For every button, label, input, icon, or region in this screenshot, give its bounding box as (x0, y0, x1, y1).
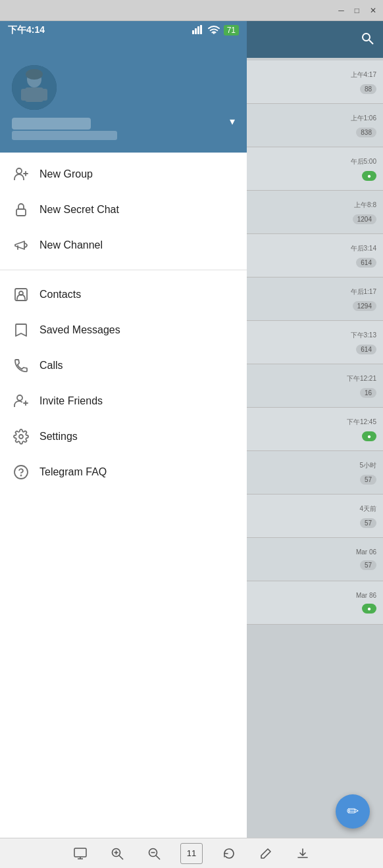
status-icons: 71 (192, 25, 239, 36)
edit-button[interactable] (255, 843, 276, 864)
group-icon (13, 166, 39, 182)
new-group-label: New Group (39, 168, 93, 180)
svg-rect-11 (41, 89, 47, 101)
invite-friends-label: Invite Friends (39, 395, 103, 407)
sidebar-item-telegram-faq[interactable]: Telegram FAQ (0, 454, 247, 490)
svg-rect-9 (25, 87, 43, 102)
sidebar-header: ▾ (0, 21, 247, 153)
user-name-text (12, 118, 91, 130)
svg-rect-2 (197, 26, 199, 34)
sidebar-item-new-secret-chat[interactable]: New Secret Chat (0, 192, 247, 228)
svg-rect-14 (16, 209, 26, 216)
svg-point-13 (16, 168, 22, 174)
status-bar: 下午4:14 71 (0, 21, 247, 39)
list-item: 4天前57 (247, 494, 383, 538)
svg-point-18 (19, 435, 23, 439)
list-item: 上午8:81204 (247, 191, 383, 234)
svg-point-17 (17, 395, 22, 400)
edit-icon: ✏ (347, 803, 359, 820)
contacts-label: Contacts (39, 289, 81, 301)
zoom-out-button[interactable] (143, 843, 165, 864)
telegram-faq-label: Telegram FAQ (39, 466, 107, 478)
right-panel-header (247, 21, 383, 58)
refresh-button[interactable] (218, 843, 240, 864)
settings-label: Settings (39, 431, 78, 443)
avatar[interactable] (12, 65, 57, 110)
menu-section-main: Contacts Saved Messages Calls (0, 273, 247, 494)
menu-section-create: New Group New Secret Chat New Channel (0, 153, 247, 267)
faq-icon (13, 464, 39, 480)
svg-rect-10 (21, 89, 28, 101)
user-phone (12, 131, 235, 142)
bottom-toolbar: 11 (0, 838, 383, 868)
list-item: Mar 86● (247, 581, 383, 625)
signal-icon (192, 25, 204, 36)
svg-rect-3 (200, 25, 202, 34)
sidebar-item-saved-messages[interactable]: Saved Messages (0, 312, 247, 348)
svg-point-4 (213, 32, 215, 34)
menu-divider (0, 270, 247, 270)
list-item: 下午12:2116 (247, 364, 383, 408)
wifi-icon (208, 25, 220, 36)
lock-icon (13, 202, 39, 218)
invite-icon (13, 393, 39, 409)
status-time: 下午4:14 (8, 24, 45, 36)
saved-messages-label: Saved Messages (39, 324, 120, 336)
sidebar-item-new-group[interactable]: New Group (0, 157, 247, 192)
phone-icon (13, 358, 39, 374)
list-item: 5小时57 (247, 451, 383, 494)
calls-label: Calls (39, 360, 63, 372)
dropdown-arrow-icon[interactable]: ▾ (230, 115, 235, 128)
new-secret-chat-label: New Secret Chat (39, 204, 119, 216)
new-channel-label: New Channel (39, 239, 103, 251)
maximize-button[interactable]: □ (355, 7, 359, 14)
monitor-button[interactable] (70, 843, 91, 864)
list-item: 午后1:171294 (247, 277, 383, 321)
settings-icon (13, 429, 39, 445)
list-item: 上午4:1788 (247, 60, 383, 104)
sidebar-item-invite-friends[interactable]: Invite Friends (0, 383, 247, 419)
minimize-button[interactable]: ─ (338, 7, 344, 14)
svg-line-29 (156, 856, 160, 859)
sidebar-item-settings[interactable]: Settings (0, 419, 247, 454)
list-item: 午后3:14614 (247, 234, 383, 277)
svg-point-20 (21, 475, 22, 476)
sidebar: ▾ New Group New Secret Chat (0, 21, 247, 868)
download-button[interactable] (292, 843, 313, 864)
close-button[interactable]: ✕ (370, 7, 376, 14)
list-item: 午后5:00● (247, 147, 383, 191)
user-phone-text (12, 131, 117, 140)
list-item: 上午1:06838 (247, 104, 383, 147)
svg-point-19 (14, 466, 28, 479)
bookmark-icon (13, 322, 39, 338)
list-item: 下午12:45● (247, 408, 383, 451)
chat-list-bg: 上午4:1788 上午1:06838 午后5:00● 上午8:81204 午后3… (247, 58, 383, 625)
compose-fab[interactable]: ✏ (336, 794, 370, 829)
window-titlebar: ─ □ ✕ (0, 0, 383, 21)
contacts-icon (13, 287, 39, 302)
right-panel: 上午4:1788 上午1:06838 午后5:00● 上午8:81204 午后3… (247, 21, 383, 868)
svg-line-25 (119, 856, 123, 859)
megaphone-icon (13, 237, 39, 253)
sidebar-item-new-channel[interactable]: New Channel (0, 228, 247, 263)
avatar-image (12, 65, 57, 110)
zoom-in-button[interactable] (107, 843, 128, 864)
list-item: 下午3:13614 (247, 321, 383, 364)
svg-line-6 (369, 40, 373, 44)
user-name (12, 118, 235, 130)
page-indicator: 11 (180, 843, 203, 864)
svg-rect-21 (74, 848, 86, 857)
search-icon[interactable] (361, 32, 374, 48)
svg-point-12 (26, 69, 43, 80)
sidebar-item-calls[interactable]: Calls (0, 348, 247, 383)
svg-point-5 (363, 34, 370, 41)
svg-rect-0 (192, 30, 194, 34)
battery-icon: 71 (224, 25, 239, 36)
sidebar-item-contacts[interactable]: Contacts (0, 277, 247, 312)
svg-rect-1 (195, 28, 197, 34)
list-item: Mar 0657 (247, 538, 383, 581)
